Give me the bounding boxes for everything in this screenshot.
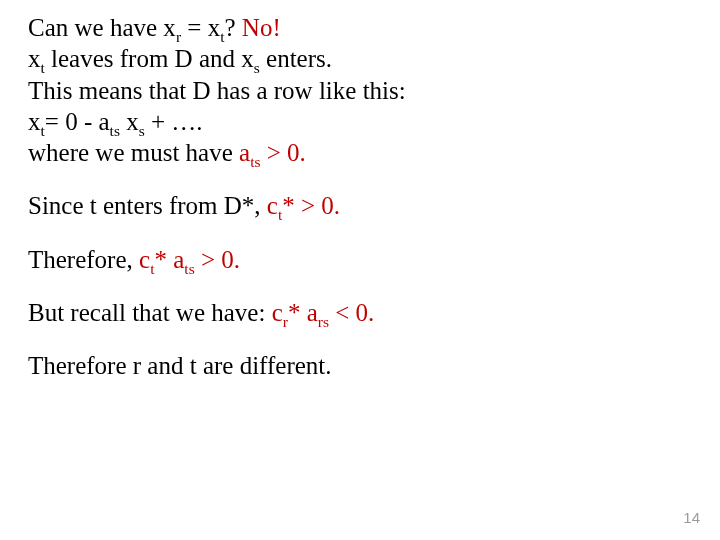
text: c [272,299,283,326]
text: * a [154,246,184,273]
block-2: Since t enters from D*, ct* > 0. [28,190,692,221]
slide-body: Can we have xr = xt? No! xt leaves from … [0,0,720,381]
text: * > 0. [282,192,340,219]
text: enters. [260,45,332,72]
text: But recall that we have: [28,299,272,326]
text: * a [288,299,318,326]
text: Since t enters from D*, [28,192,267,219]
block-3: Therefore, ct* ats > 0. [28,244,692,275]
text: where we must have [28,139,239,166]
line-1: Can we have xr = xt? No! [28,12,692,43]
text: x [28,108,41,135]
answer-no: No! [242,14,281,41]
text: = 0 - a [45,108,110,135]
text: a [239,139,250,166]
block-5: Therefore r and t are different. [28,350,692,381]
sub-ts: ts [184,260,194,277]
text: > 0. [261,139,306,166]
text: = x [181,14,220,41]
text: + …. [145,108,203,135]
text: ? [224,14,241,41]
text: Can we have x [28,14,176,41]
block-4: But recall that we have: cr* ars < 0. [28,297,692,328]
line-2: xt leaves from D and xs enters. [28,43,692,74]
highlight: ct* ats > 0. [139,246,240,273]
text: x [28,45,41,72]
text: Therefore, [28,246,139,273]
text: > 0. [195,246,240,273]
page-number: 14 [683,509,700,526]
text: c [267,192,278,219]
text: x [120,108,139,135]
highlight: ats > 0. [239,139,306,166]
line-5: where we must have ats > 0. [28,137,692,168]
text: c [139,246,150,273]
text: < 0. [329,299,374,326]
sub-rs: rs [318,313,329,330]
text: leaves from D and x [45,45,254,72]
block-1: Can we have xr = xt? No! xt leaves from … [28,12,692,168]
highlight: cr* ars < 0. [272,299,375,326]
highlight: ct* > 0. [267,192,340,219]
line-3: This means that D has a row like this: [28,75,692,106]
line-4: xt= 0 - ats xs + …. [28,106,692,137]
sub-ts: ts [250,153,260,170]
